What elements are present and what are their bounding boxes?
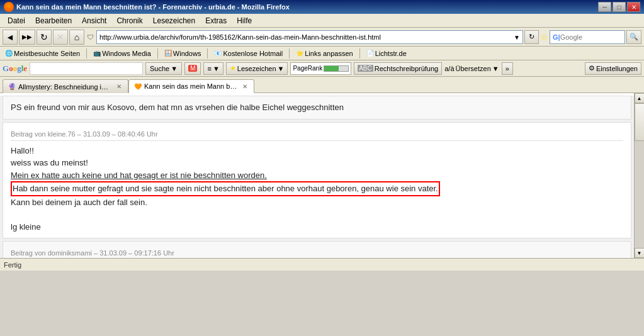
post-2-line-1: Hallo!! [11,145,623,157]
bookmark-windowsmedia[interactable]: 📺 Windows Media [91,49,154,58]
google-search-box[interactable] [30,62,143,75]
post-2: Beitrag von kleine.76 – 31.03.09 – 08:40… [3,122,631,239]
tab-allmystery-close[interactable]: ✕ [115,83,123,91]
minimize-button[interactable]: ─ [598,2,611,12]
post-3-header: Beitrag von dominiksmami – 31.03.09 – 09… [11,247,623,258]
translate-icon: a/à [444,65,454,72]
address-input[interactable] [99,33,520,41]
translate-label: Übersetzen [456,65,491,72]
forum-wrapper: PS ein freund von mir aus Kosovo, dem ha… [0,96,634,258]
post-1-line-1: PS ein freund von mir aus Kosovo, dem ha… [11,101,623,114]
google-mail-button[interactable]: M [184,62,201,75]
google-search-button[interactable]: Suche ▼ [145,62,182,75]
address-bar-container: ▼ [96,30,523,44]
post-2-content: Hallo!! weiss was du meinst! Mein ex hat… [11,145,623,233]
lichtstr-icon: 📄 [366,50,374,57]
address-dropdown-icon[interactable]: ▼ [514,33,520,40]
home-button[interactable]: ⌂ [69,30,84,45]
menu-chronik[interactable]: Chronik [111,15,147,26]
menu-datei[interactable]: Datei [3,15,30,26]
tab-kann-sein-close[interactable]: ✕ [241,82,249,90]
menubar: Datei Bearbeiten Ansicht Chronik Lesezei… [0,14,644,28]
bookmark-windows-label: Windows [173,50,201,57]
post-2-line-2: weiss was du meinst! [11,157,623,169]
windows-icon: 🪟 [164,50,172,57]
tab-allmystery-favicon: 🔮 [8,83,16,90]
meistbesucht-icon: 🌐 [5,50,13,57]
google-logo: Google [3,64,27,74]
back-button[interactable]: ◄ [3,30,18,45]
google-search-label: Suche [150,65,169,72]
google-more-dropdown: ▼ [213,65,220,72]
tabbar: 🔮 Allmystery: Beschneidung im Islam (Sei… [0,77,644,93]
menu-ansicht[interactable]: Ansicht [77,15,111,26]
main-content[interactable]: PS ein freund von mir aus Kosovo, dem ha… [0,93,634,258]
refresh-btn[interactable]: ↻ [524,30,539,44]
address-bar[interactable]: ▼ [96,30,523,44]
search-input[interactable] [560,33,622,41]
reload-button[interactable]: ↻ [37,30,52,45]
pagerank-badge: PageRank [290,62,351,75]
lesezeichen-dropdown: ▼ [278,65,285,72]
bookmark-links-label: Links anpassen [305,50,353,57]
favorite-star-icon[interactable]: ☆ [540,32,548,42]
titlebar-buttons: ─ □ ✕ [598,2,640,12]
scroll-thumb[interactable] [635,103,645,141]
google-more-button[interactable]: ≡ ▼ [203,62,223,75]
pagerank-bar [324,65,349,72]
spellcheck-button[interactable]: ABC Rechtschreibprüfung [354,62,442,75]
gmail-icon: M [188,65,197,72]
bookmark-meistbesucht[interactable]: 🌐 Meistbesuchte Seiten [3,49,82,58]
windowsmedia-icon: 📺 [93,50,101,57]
lesezeichen-button[interactable]: ★ Lesezeichen ▼ [226,62,288,75]
post-2-header: Beitrag von kleine.76 – 31.03.09 – 08:40… [11,128,623,141]
tab-kann-sein[interactable]: 🧡 Kann sein das mein Mann beschn... ✕ [128,79,254,93]
scrollbar[interactable]: ▲ ▼ [634,93,644,258]
menu-lesezeichen[interactable]: Lesezeichen [148,15,200,26]
tab-allmystery[interactable]: 🔮 Allmystery: Beschneidung im Islam (Sei… [3,79,128,93]
bookmark-lichtstr-label: Lichtstr.de [375,50,407,57]
post-2-line-4: Hab dann seine mutter gefragt und sie sa… [11,181,623,196]
post-2-line-5: Kann bei deinem ja auch der fall sein. [11,196,623,209]
hotmail-icon: 📧 [214,50,222,57]
google-toolbar: Google Suche ▼ M ≡ ▼ ★ Lesezeichen ▼ Pag… [0,60,644,77]
pagerank-label: PageRank [293,65,322,72]
settings-label: Einstellungen [596,65,638,72]
bookmark-links[interactable]: ⭐ Links anpassen [293,49,355,58]
search-bar[interactable]: G| [550,30,625,44]
scroll-track[interactable] [635,103,645,248]
scroll-up-button[interactable]: ▲ [635,93,645,103]
google-more-icon: ≡ [207,65,211,72]
forward-button[interactable]: ▶▶ [19,30,35,45]
bm-separator-5 [359,48,360,59]
bookmark-windows[interactable]: 🪟 Windows [162,49,204,58]
menu-extras[interactable]: Extras [200,15,232,26]
bookmark-hotmail[interactable]: 📧 Kostenlose Hotmail [212,49,285,58]
translate-area: a/à Übersetzen ▼ [444,65,499,72]
post-3: Beitrag von dominiksmami – 31.03.09 – 09… [3,241,631,258]
maximize-button[interactable]: □ [613,2,626,12]
stop-button[interactable]: ✕ [53,30,68,45]
post-1: PS ein freund von mir aus Kosovo, dem ha… [3,96,631,120]
post-2-blank [11,208,623,221]
menu-hilfe[interactable]: Hilfe [232,15,257,26]
bm-separator-4 [289,48,290,59]
close-button[interactable]: ✕ [627,2,640,12]
bookmark-lichtstr[interactable]: 📄 Lichtstr.de [364,49,409,58]
lesezeichen-star-icon: ★ [230,64,236,72]
content-area: PS ein freund von mir aus Kosovo, dem ha… [0,93,644,258]
google-search-dropdown-icon[interactable]: ▼ [171,65,178,72]
settings-button[interactable]: ⚙ Einstellungen [585,62,641,75]
google-search-input[interactable] [30,65,142,72]
scroll-down-button[interactable]: ▼ [635,248,645,258]
bm-separator-2 [157,48,158,59]
tab-kann-sein-label: Kann sein das mein Mann beschn... [144,82,239,90]
lesezeichen-label: Lesezeichen [237,65,276,72]
search-button[interactable]: 🔍 [626,30,641,44]
abc-icon: ABC [358,65,373,72]
more-toolbar-button[interactable]: » [502,62,513,75]
menu-bearbeiten[interactable]: Bearbeiten [30,15,77,26]
bookmark-hotmail-label: Kostenlose Hotmail [223,50,283,57]
post-2-red-border: Hab dann seine mutter gefragt und sie sa… [11,181,440,196]
bm-separator-3 [207,48,208,59]
